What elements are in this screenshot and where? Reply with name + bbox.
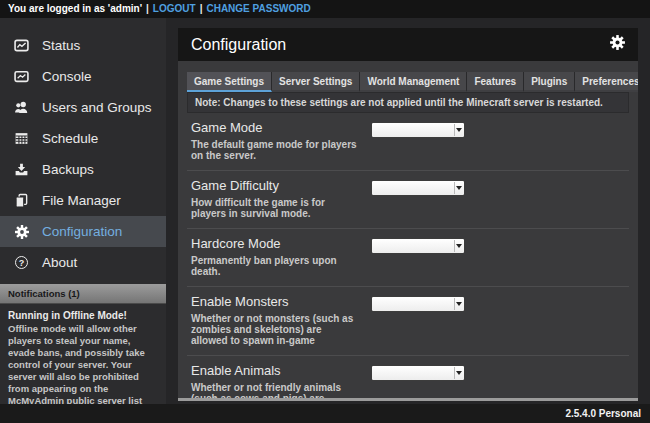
tab-server-settings[interactable]: Server Settings	[272, 72, 360, 92]
sidebar-item-label: Status	[42, 38, 80, 53]
setting-description: Whether or not friendly animals (such as…	[191, 382, 361, 398]
setting-row-game-difficulty: Game Difficulty How difficult the game i…	[187, 171, 629, 229]
version-label: 2.5.4.0 Personal	[565, 408, 641, 419]
sidebar-item-label: Console	[42, 69, 92, 84]
sidebar-item-schedule[interactable]: Schedule	[0, 123, 166, 154]
dropdown-arrow-icon	[454, 240, 463, 252]
setting-description: Permanently ban players upon death.	[191, 255, 361, 277]
sidebar-item-label: Backups	[42, 162, 94, 177]
gear-icon	[609, 34, 626, 55]
tab-preferences[interactable]: Preferences	[575, 72, 638, 92]
horizontal-scrollbar[interactable]	[178, 398, 638, 401]
enable-monsters-select[interactable]	[371, 296, 465, 312]
sidebar-item-file-manager[interactable]: File Manager	[0, 185, 166, 216]
file-manager-icon	[13, 192, 30, 209]
restart-note: Note: Changes to these settings are not …	[187, 92, 629, 113]
tab-bar: Game Settings Server Settings World Mana…	[187, 72, 629, 92]
panel-body: Game Settings Server Settings World Mana…	[178, 61, 638, 398]
dropdown-arrow-icon	[454, 124, 463, 136]
sidebar-item-label: Schedule	[42, 131, 98, 146]
tab-game-settings[interactable]: Game Settings	[187, 72, 272, 92]
hardcore-mode-select[interactable]	[371, 238, 465, 254]
setting-description: The default game mode for players on the…	[191, 139, 361, 161]
game-difficulty-select[interactable]	[371, 180, 465, 196]
setting-description: Whether or not monsters (such as zombies…	[191, 313, 361, 346]
sidebar: Status Console Users and Groups Schedule	[0, 18, 166, 404]
sidebar-item-label: Users and Groups	[42, 100, 152, 115]
backups-icon	[13, 161, 30, 178]
sidebar-item-status[interactable]: Status	[0, 30, 166, 61]
question-icon: ?	[13, 254, 30, 271]
users-icon	[13, 99, 30, 116]
setting-row-enable-animals: Enable Animals Whether or not friendly a…	[187, 356, 629, 398]
tab-plugins[interactable]: Plugins	[524, 72, 575, 92]
configuration-panel: Configuration Game Settings Server Setti…	[178, 28, 638, 401]
dropdown-arrow-icon	[454, 367, 463, 379]
sidebar-item-label: Configuration	[42, 224, 122, 239]
tab-world-management[interactable]: World Management	[360, 72, 467, 92]
sidebar-item-label: File Manager	[42, 193, 121, 208]
sidebar-item-label: About	[42, 255, 77, 270]
console-icon	[13, 68, 30, 85]
setting-title: Enable Monsters	[191, 294, 361, 309]
login-status-bar: You are logged in as 'admin'|LOGOUT|CHAN…	[0, 0, 650, 18]
sidebar-item-backups[interactable]: Backups	[0, 154, 166, 185]
logged-in-text: You are logged in as 'admin'	[8, 3, 142, 14]
panel-settings-button[interactable]	[609, 34, 626, 55]
setting-title: Game Difficulty	[191, 178, 361, 193]
gear-icon	[13, 223, 30, 240]
status-icon	[13, 37, 30, 54]
sidebar-item-users-groups[interactable]: Users and Groups	[0, 92, 166, 123]
footer-bar: 2.5.4.0 Personal	[0, 404, 650, 423]
game-mode-select[interactable]	[371, 122, 465, 138]
setting-description: How difficult the game is for players in…	[191, 197, 361, 219]
panel-header: Configuration	[178, 28, 638, 61]
notifications-header: Notifications (1)	[0, 284, 166, 304]
setting-title: Enable Animals	[191, 363, 361, 378]
enable-animals-select[interactable]	[371, 365, 465, 381]
setting-title: Game Mode	[191, 120, 361, 135]
sidebar-item-about[interactable]: ? About	[0, 247, 166, 278]
page-title: Configuration	[191, 36, 609, 54]
setting-row-hardcore-mode: Hardcore Mode Permanently ban players up…	[187, 229, 629, 287]
tab-features[interactable]: Features	[467, 72, 524, 92]
dropdown-arrow-icon	[454, 298, 463, 310]
sidebar-item-configuration[interactable]: Configuration	[0, 216, 166, 247]
schedule-icon	[13, 130, 30, 147]
dropdown-arrow-icon	[454, 182, 463, 194]
setting-row-game-mode: Game Mode The default game mode for play…	[187, 113, 629, 171]
change-password-link[interactable]: CHANGE PASSWORD	[206, 3, 310, 14]
logout-link[interactable]: LOGOUT	[153, 3, 196, 14]
setting-title: Hardcore Mode	[191, 236, 361, 251]
sidebar-menu: Status Console Users and Groups Schedule	[0, 18, 166, 278]
setting-row-enable-monsters: Enable Monsters Whether or not monsters …	[187, 287, 629, 356]
sidebar-item-console[interactable]: Console	[0, 61, 166, 92]
notification-title: Running in Offline Mode!	[8, 310, 158, 322]
separator: |	[200, 3, 203, 14]
separator: |	[146, 3, 149, 14]
